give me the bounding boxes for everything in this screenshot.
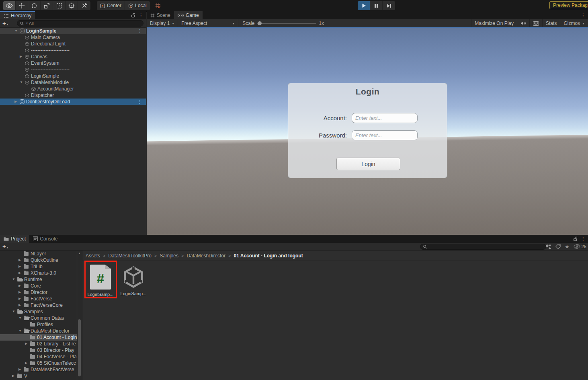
step-button[interactable]: [383, 1, 395, 10]
chevron-down-icon[interactable]: ▼: [12, 310, 17, 313]
breadcrumb-segment[interactable]: DataMeshDirector: [186, 253, 225, 259]
hierarchy-item[interactable]: Directional Light: [0, 41, 146, 47]
tree-item[interactable]: ▶DataMeshFactVerse: [0, 366, 82, 373]
search-by-label-icon[interactable]: [555, 244, 561, 249]
search-by-type-icon[interactable]: [545, 244, 551, 249]
hierarchy-item[interactable]: ------------------------: [0, 47, 146, 53]
tree-item[interactable]: ▶02 Library - List re: [0, 341, 82, 347]
pause-button[interactable]: [370, 1, 383, 10]
move-tool-button[interactable]: [16, 1, 28, 10]
breadcrumb-segment[interactable]: Assets: [86, 253, 100, 259]
hierarchy-item[interactable]: Main Camera: [0, 34, 146, 41]
kebab-menu-icon[interactable]: ⋮: [139, 13, 143, 18]
hierarchy-item[interactable]: ▶Canvas: [0, 53, 146, 60]
hierarchy-item[interactable]: ------------------------: [0, 66, 146, 73]
lock-icon[interactable]: [131, 13, 135, 18]
tree-item[interactable]: ▶Core: [0, 283, 82, 289]
play-button[interactable]: [358, 1, 370, 10]
chevron-right-icon[interactable]: ▶: [18, 265, 24, 268]
tab-scene[interactable]: Scene: [147, 11, 174, 19]
chevron-right-icon[interactable]: ▶: [25, 342, 30, 345]
tree-item[interactable]: ▼Samples: [0, 308, 82, 315]
kebab-menu-icon[interactable]: ⋮: [581, 236, 586, 241]
tree-scrollbar[interactable]: ▲: [77, 251, 82, 380]
orientation-local-button[interactable]: Local: [125, 1, 150, 10]
chevron-down-icon[interactable]: ▼: [20, 81, 25, 84]
chevron-right-icon[interactable]: ▶: [18, 297, 24, 300]
grid-snap-button[interactable]: [154, 1, 162, 10]
tree-item[interactable]: ▼Common Datas: [0, 315, 82, 321]
tree-item[interactable]: ▶TriLib: [0, 263, 82, 270]
breadcrumb-segment[interactable]: Samples: [160, 253, 178, 259]
chevron-right-icon[interactable]: ▶: [18, 259, 24, 262]
hierarchy-item[interactable]: ▼DataMeshModule: [0, 79, 146, 86]
tab-console[interactable]: Console: [29, 235, 61, 243]
chevron-right-icon[interactable]: ▶: [18, 271, 24, 275]
tree-item[interactable]: ▼DataMeshDirector: [0, 328, 82, 334]
display-dropdown[interactable]: Display 1 ▼: [147, 19, 178, 27]
gizmos-dropdown[interactable]: Gizmos ▼: [560, 19, 588, 27]
tree-item[interactable]: ▶XCharts-3.0: [0, 270, 82, 276]
maximize-on-play-toggle[interactable]: Maximize On Play: [471, 19, 517, 27]
kebab-menu-icon[interactable]: ⋮: [137, 29, 142, 33]
add-asset-button[interactable]: +▾: [2, 243, 8, 250]
transform-tool-button[interactable]: [66, 1, 78, 10]
favorites-star-icon[interactable]: ★: [565, 244, 570, 249]
login-button[interactable]: Login: [336, 158, 400, 170]
account-input[interactable]: [352, 113, 418, 123]
pivot-center-button[interactable]: Center: [97, 1, 125, 10]
tree-item[interactable]: 04 FactVerse - Pla: [0, 353, 82, 360]
lock-icon[interactable]: [573, 236, 578, 241]
tree-item[interactable]: ▶05 SiChuanTelecc: [0, 360, 82, 366]
vsync-button[interactable]: [529, 19, 542, 27]
aspect-dropdown[interactable]: Free Aspect ▼: [178, 19, 238, 27]
asset-item-scene[interactable]: LoginSamp...: [117, 263, 150, 300]
kebab-menu-icon[interactable]: ⋮: [137, 99, 142, 104]
chevron-down-icon[interactable]: ▼: [14, 29, 20, 33]
scale-tool-button[interactable]: [41, 1, 53, 10]
scroll-up-icon[interactable]: ▲: [78, 252, 81, 255]
hierarchy-scene-row-selected[interactable]: ▶ DontDestroyOnLoad ⋮: [0, 99, 146, 105]
hierarchy-scene-row[interactable]: ▼ LoginSample ⋮: [0, 28, 146, 34]
add-object-button[interactable]: +▾: [2, 20, 8, 27]
tree-item[interactable]: ▶Director: [0, 289, 82, 296]
chevron-right-icon[interactable]: ▶: [18, 304, 24, 307]
available-tools-button[interactable]: [78, 1, 90, 10]
tab-project[interactable]: Project: [0, 235, 29, 243]
chevron-right-icon[interactable]: ▶: [25, 362, 30, 365]
chevron-down-icon[interactable]: ▼: [18, 316, 24, 320]
tree-item[interactable]: ▶V: [0, 373, 82, 379]
password-input[interactable]: [352, 130, 418, 140]
stats-toggle[interactable]: Stats: [542, 19, 560, 27]
game-viewport[interactable]: Login Account: Password: Login: [147, 28, 588, 235]
mute-audio-button[interactable]: [517, 19, 529, 27]
tab-game[interactable]: Game: [174, 11, 203, 19]
hierarchy-item[interactable]: EventSystem: [0, 60, 146, 66]
breadcrumb-segment-current[interactable]: 01 Account - Login and logout: [234, 253, 303, 259]
rotate-tool-button[interactable]: [28, 1, 41, 10]
chevron-right-icon[interactable]: ▶: [20, 55, 25, 58]
chevron-right-icon[interactable]: ▶: [14, 100, 20, 103]
tree-item[interactable]: NLayer: [0, 251, 82, 257]
hierarchy-searchbox[interactable]: ▾: [17, 20, 143, 27]
project-searchbox[interactable]: [420, 244, 546, 250]
tree-item[interactable]: ▶FactVerse: [0, 296, 82, 302]
tree-item[interactable]: ▶FactVerseCore: [0, 302, 82, 308]
tree-item[interactable]: Profiles: [0, 321, 82, 328]
tree-item-selected[interactable]: 01 Account - Login and logout: [0, 334, 82, 341]
scrollbar-thumb[interactable]: [78, 319, 81, 376]
hidden-packages-toggle[interactable]: 25: [574, 244, 586, 249]
preview-packages-button[interactable]: Preview Packag: [549, 1, 588, 9]
hierarchy-item[interactable]: AccountManager: [0, 86, 146, 92]
tab-hierarchy[interactable]: Hierarchy: [0, 11, 35, 19]
chevron-right-icon[interactable]: ▶: [18, 368, 24, 371]
tree-item[interactable]: ▼Runtime: [0, 276, 82, 283]
chevron-right-icon[interactable]: ▶: [18, 291, 24, 294]
search-filter-caret-icon[interactable]: ▾: [26, 22, 28, 25]
scale-slider-track[interactable]: [257, 23, 316, 24]
scale-slider-knob[interactable]: [258, 21, 262, 25]
chevron-down-icon[interactable]: ▼: [18, 329, 24, 333]
hierarchy-item[interactable]: Dispatcher: [0, 92, 146, 99]
asset-item-script[interactable]: # LoginSamp...: [84, 263, 117, 300]
chevron-down-icon[interactable]: ▼: [12, 278, 17, 281]
